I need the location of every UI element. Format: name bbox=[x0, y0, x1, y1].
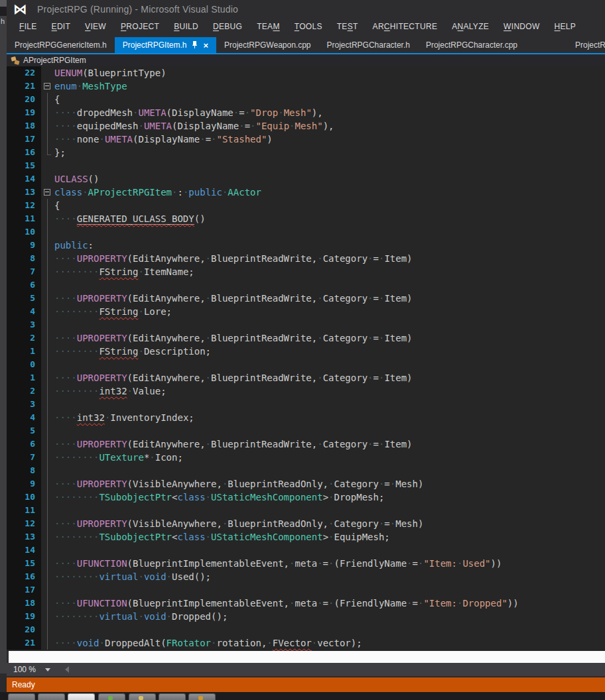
code-line[interactable]: 4····int32·InventoryIndex; bbox=[7, 411, 605, 424]
code-line[interactable]: 7········FString·ItemName; bbox=[7, 265, 605, 278]
code-line[interactable]: 3 bbox=[7, 318, 605, 331]
tab-projectrpgitem.h[interactable]: ProjectRPGItem.h× bbox=[115, 37, 216, 53]
outline-guide bbox=[47, 477, 48, 491]
menu-file[interactable]: FILE bbox=[12, 20, 44, 33]
code-line[interactable]: 10 bbox=[7, 225, 605, 239]
collapse-box-icon[interactable] bbox=[44, 83, 50, 89]
taskbar-button[interactable] bbox=[129, 693, 156, 700]
menu-tools[interactable]: TOOLS bbox=[287, 20, 330, 33]
outlining-margin bbox=[41, 172, 54, 186]
code-line[interactable]: 1····UPROPERTY(EditAnywhere,·BlueprintRe… bbox=[7, 371, 605, 384]
menu-analyze[interactable]: ANALYZE bbox=[444, 20, 496, 33]
breadcrumb-scope-label[interactable]: AProjectRPGItem bbox=[23, 56, 86, 65]
line-number: 5 bbox=[7, 424, 41, 438]
horizontal-scroll-left-arrow-icon[interactable] bbox=[65, 666, 69, 673]
menu-view[interactable]: VIEW bbox=[78, 20, 113, 33]
code-line[interactable]: 21enum·MeshType bbox=[7, 80, 605, 93]
code-line[interactable]: 18····UFUNCTION(BlueprintImplementableEv… bbox=[7, 597, 605, 610]
code-line[interactable]: 2····UPROPERTY(EditAnywhere,·BlueprintRe… bbox=[7, 331, 605, 345]
code-line[interactable]: 19····dropedMesh·UMETA(DisplayName·=·"Dr… bbox=[7, 106, 605, 119]
taskbar-button[interactable] bbox=[68, 693, 95, 700]
outline-guide bbox=[47, 199, 48, 212]
navigation-bar[interactable]: AProjectRPGItem bbox=[7, 54, 605, 66]
pin-icon[interactable] bbox=[192, 40, 198, 50]
windows-taskbar[interactable] bbox=[0, 692, 605, 700]
code-line[interactable]: 13········TSubobjectPtr<class·UStaticMes… bbox=[7, 530, 605, 544]
code-text: ····UPROPERTY(VisibleAnywhere,·Blueprint… bbox=[54, 517, 423, 530]
tab-projectrpg[interactable]: ProjectRPG bbox=[567, 37, 605, 53]
code-line[interactable]: 15····UFUNCTION(BlueprintImplementableEv… bbox=[7, 557, 605, 570]
code-line[interactable]: 0 bbox=[7, 358, 605, 371]
code-line[interactable]: 14UCLASS() bbox=[7, 172, 605, 186]
taskbar-button[interactable] bbox=[98, 693, 125, 700]
code-line[interactable]: 18····equipedMesh·UMETA(DisplayName·=·"E… bbox=[7, 119, 605, 133]
tab-label: ProjectRPGGenericItem.h bbox=[15, 40, 107, 50]
menu-project[interactable]: PROJECT bbox=[113, 20, 167, 33]
menu-window[interactable]: WINDOW bbox=[496, 20, 547, 33]
code-line[interactable]: 4········FString·Lore; bbox=[7, 305, 605, 318]
code-line[interactable]: 16}; bbox=[7, 146, 605, 159]
code-line[interactable]: 6 bbox=[7, 278, 605, 292]
code-line[interactable]: 5····UPROPERTY(EditAnywhere,·BlueprintRe… bbox=[7, 292, 605, 305]
code-text: ····UFUNCTION(BlueprintImplementableEven… bbox=[54, 557, 502, 570]
collapse-box-icon[interactable] bbox=[44, 189, 50, 196]
menu-team[interactable]: TEAM bbox=[249, 20, 287, 33]
taskbar-button[interactable] bbox=[38, 693, 65, 700]
menu-debug[interactable]: DEBUG bbox=[206, 20, 249, 33]
code-line[interactable]: 11 bbox=[7, 504, 605, 517]
outlining-margin[interactable] bbox=[41, 80, 54, 93]
code-line[interactable]: 2········int32·Value; bbox=[7, 384, 605, 398]
title-bar[interactable]: ⋈ ProjectRPG (Running) - Microsoft Visua… bbox=[7, 0, 605, 19]
code-line[interactable]: 8 bbox=[7, 464, 605, 477]
code-line[interactable]: 5 bbox=[7, 424, 605, 438]
code-line[interactable]: 15 bbox=[7, 159, 605, 172]
code-line[interactable]: 14 bbox=[7, 544, 605, 557]
line-number: 3 bbox=[7, 318, 41, 331]
code-line[interactable]: 11····GENERATED_UCLASS_BODY() bbox=[7, 212, 605, 225]
code-line[interactable]: 8····UPROPERTY(EditAnywhere,·BlueprintRe… bbox=[7, 252, 605, 265]
code-line[interactable]: 12{ bbox=[7, 199, 605, 212]
zoom-dropdown-caret-icon[interactable] bbox=[45, 668, 50, 671]
outlining-margin bbox=[41, 610, 54, 623]
code-line[interactable]: 10········TSubobjectPtr<class·UStaticMes… bbox=[7, 491, 605, 504]
taskbar-button[interactable] bbox=[159, 693, 186, 700]
code-line[interactable]: 17 bbox=[7, 583, 605, 597]
code-editor[interactable]: 22UENUM(BlueprintType)21enum·MeshType20{… bbox=[7, 66, 605, 651]
code-line[interactable]: 16········virtual·void·Used(); bbox=[7, 570, 605, 583]
tab-projectrpgcharacter.cpp[interactable]: ProjectRPGCharacter.cpp bbox=[418, 37, 525, 53]
zoom-level-value[interactable]: 100 % bbox=[13, 665, 36, 674]
close-icon[interactable]: × bbox=[203, 41, 208, 50]
code-text: ····UPROPERTY(EditAnywhere,·BlueprintRea… bbox=[54, 371, 413, 384]
tab-projectrpggenericitem.h[interactable]: ProjectRPGGenericItem.h bbox=[7, 37, 115, 53]
code-line[interactable]: 17····none·UMETA(DisplayName·=·"Stashed"… bbox=[7, 133, 605, 146]
code-line[interactable]: 9····UPROPERTY(VisibleAnywhere,·Blueprin… bbox=[7, 477, 605, 491]
code-line[interactable]: 9public: bbox=[7, 239, 605, 252]
menu-architecture[interactable]: ARCHITECTURE bbox=[366, 20, 445, 33]
line-number: 21 bbox=[7, 80, 41, 93]
taskbar-button[interactable] bbox=[8, 693, 35, 700]
outline-guide bbox=[47, 225, 48, 239]
code-line[interactable]: 13class·AProjectRPGItem·:·public·AActor bbox=[7, 186, 605, 199]
code-line[interactable]: 3 bbox=[7, 398, 605, 411]
class-icon bbox=[11, 56, 20, 65]
menu-build[interactable]: BUILD bbox=[167, 20, 206, 33]
code-line[interactable]: 20{ bbox=[7, 93, 605, 106]
outline-guide bbox=[47, 133, 48, 146]
code-line[interactable]: 20 bbox=[7, 623, 605, 636]
line-number: 9 bbox=[7, 477, 41, 491]
code-line[interactable]: 21····void·DroppedAlt(FRotator·rotation,… bbox=[7, 636, 605, 650]
menu-test[interactable]: TEST bbox=[330, 20, 366, 33]
code-line[interactable]: 12····UPROPERTY(VisibleAnywhere,·Bluepri… bbox=[7, 517, 605, 530]
code-line[interactable]: 7········UTexture*·Icon; bbox=[7, 451, 605, 464]
code-text: ····UFUNCTION(BlueprintImplementableEven… bbox=[54, 597, 519, 610]
tab-projectrpgcharacter.h[interactable]: ProjectRPGCharacter.h bbox=[319, 37, 418, 53]
menu-edit[interactable]: EDIT bbox=[44, 20, 78, 33]
code-line[interactable]: 22UENUM(BlueprintType) bbox=[7, 66, 605, 80]
taskbar-button[interactable] bbox=[188, 693, 216, 700]
code-line[interactable]: 6····UPROPERTY(EditAnywhere,·BlueprintRe… bbox=[7, 438, 605, 451]
code-line[interactable]: 1········FString·Description; bbox=[7, 345, 605, 358]
menu-help[interactable]: HELP bbox=[547, 20, 584, 33]
outlining-margin[interactable] bbox=[41, 186, 54, 199]
tab-projectrpgweapon.cpp[interactable]: ProjectRPGWeapon.cpp bbox=[216, 37, 319, 53]
code-line[interactable]: 19········virtual·void·Dropped(); bbox=[7, 610, 605, 623]
